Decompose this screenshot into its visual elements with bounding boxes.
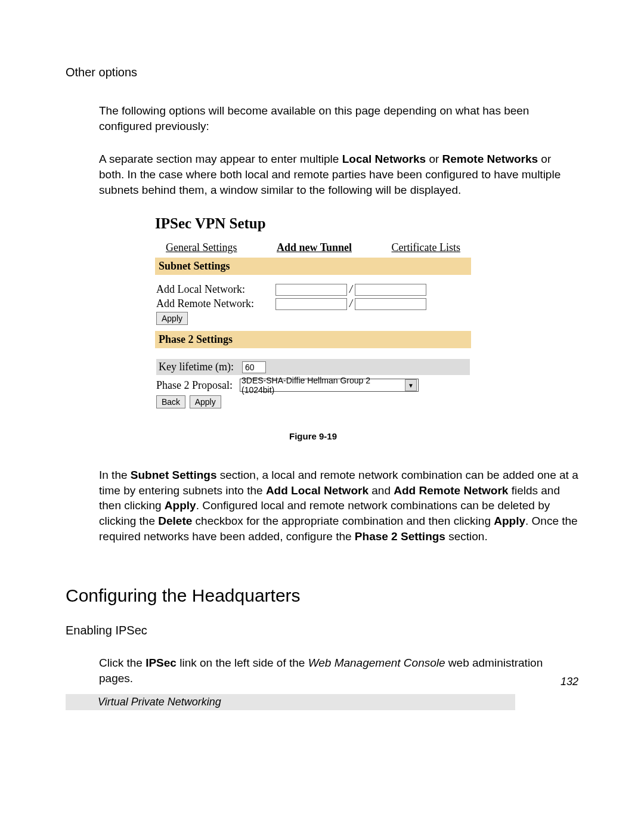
row-add-local: Add Local Network: / [156, 283, 470, 296]
figure-caption: Figure 9-19 [155, 431, 471, 441]
text: checkbox for the appropriate combination… [192, 515, 494, 527]
back-button[interactable]: Back [156, 395, 185, 408]
label-add-remote-network: Add Remote Network: [156, 298, 275, 310]
input-key-lifetime[interactable] [242, 361, 266, 373]
heading-other-options: Other options [66, 66, 578, 79]
page-number: 132 [66, 676, 578, 688]
apply-button-subnet[interactable]: Apply [156, 312, 188, 325]
paragraph-separate-section: A separate section may appear to enter m… [99, 151, 578, 197]
input-local-mask[interactable] [355, 284, 426, 296]
row-key-lifetime: Key lifetime (m): [156, 359, 470, 375]
text-bold: Subnet Settings [131, 469, 217, 481]
section-subnet-settings: Subnet Settings [155, 258, 471, 275]
text-bold: IPSec [145, 657, 177, 669]
slash-separator: / [349, 283, 352, 296]
text-bold-local-networks: Local Networks [342, 153, 426, 165]
page-footer: 132 Virtual Private Networking [66, 676, 578, 710]
text-bold-remote-networks: Remote Networks [442, 153, 538, 165]
label-phase2-proposal: Phase 2 Proposal: [156, 379, 240, 392]
slash-separator: / [349, 298, 352, 310]
text-bold: Apply [494, 515, 525, 527]
text-bold: Apply [165, 499, 196, 512]
text-bold: Phase 2 Settings [355, 530, 445, 543]
phase2-form: Key lifetime (m): Phase 2 Proposal: 3DES… [155, 348, 471, 414]
text: In the [99, 469, 131, 481]
figure-title: IPSec VPN Setup [155, 215, 471, 232]
text: section. [445, 530, 488, 543]
input-local-network[interactable] [275, 284, 347, 296]
select-phase2-proposal[interactable]: 3DES-SHA-Diffie Hellman Group 2 (1024bit… [240, 379, 419, 392]
footer-title: Virtual Private Networking [66, 694, 515, 710]
subnet-form: Add Local Network: / Add Remote Network:… [155, 275, 471, 331]
text: or [426, 153, 442, 165]
text: link on the left side of the [177, 657, 308, 669]
label-key-lifetime: Key lifetime (m): [159, 361, 242, 373]
text: A separate section may appear to enter m… [99, 153, 342, 165]
document-page: Other options The following options will… [0, 0, 644, 833]
text: Click the [99, 657, 145, 669]
tab-add-new-tunnel[interactable]: Add new Tunnel [277, 241, 352, 254]
chevron-down-icon: ▼ [405, 379, 417, 391]
text: and [369, 484, 394, 497]
row-phase2-proposal: Phase 2 Proposal: 3DES-SHA-Diffie Hellma… [156, 379, 470, 392]
input-remote-network[interactable] [275, 298, 347, 310]
paragraph-subnet-explain: In the Subnet Settings section, a local … [99, 467, 578, 544]
select-value: 3DES-SHA-Diffie Hellman Group 2 (1024bit… [242, 376, 405, 395]
heading-configuring-headquarters: Configuring the Headquarters [66, 586, 578, 606]
tab-certificate-lists[interactable]: Certificate Lists [392, 241, 460, 254]
tab-general-settings[interactable]: General Settings [166, 241, 237, 254]
tab-row: General Settings Add new Tunnel Certific… [155, 241, 471, 258]
heading-enabling-ipsec: Enabling IPSec [66, 624, 578, 637]
section-phase2-settings: Phase 2 Settings [155, 331, 471, 348]
input-remote-mask[interactable] [355, 298, 426, 310]
text-bold: Add Remote Network [394, 484, 508, 497]
apply-button-phase2[interactable]: Apply [190, 395, 221, 408]
text-bold: Add Local Network [266, 484, 369, 497]
row-add-remote: Add Remote Network: / [156, 298, 470, 310]
figure-ipsec-setup: IPSec VPN Setup General Settings Add new… [155, 215, 471, 441]
text-italic: Web Management Console [308, 657, 445, 669]
paragraph-intro: The following options will become availa… [99, 103, 578, 134]
text-bold: Delete [158, 515, 192, 527]
label-add-local-network: Add Local Network: [156, 283, 275, 296]
